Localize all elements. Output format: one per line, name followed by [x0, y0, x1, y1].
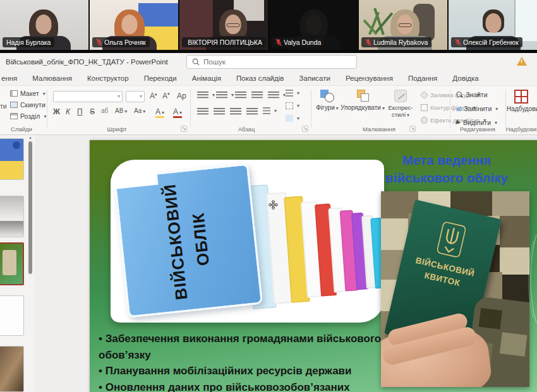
- scrollbar-thumb[interactable]: [28, 141, 32, 274]
- slide-thumbnails-panel: ▲: [0, 135, 35, 392]
- slide-canvas[interactable]: Мета ведення військового обліку ВІЙСЬ: [90, 140, 537, 392]
- find-button[interactable]: Знайти: [456, 91, 488, 98]
- quick-styles-button[interactable]: Експрес- стилі: [384, 90, 417, 118]
- participant-video-2[interactable]: Ольга Рочняк: [90, 0, 178, 50]
- powerpoint-titlebar: Військовий_облік_ФПО_НК_ТДАТУ - PowerPoi…: [0, 53, 537, 71]
- bullets-button[interactable]: [197, 91, 215, 99]
- numbering-button[interactable]: [216, 91, 234, 99]
- align-text-button[interactable]: [286, 102, 299, 109]
- font-dialog-launcher[interactable]: [181, 126, 187, 132]
- font-color-button[interactable]: А: [173, 107, 182, 118]
- tab-record[interactable]: Записати: [291, 73, 338, 84]
- increase-indent-button[interactable]: [251, 91, 263, 99]
- participant-nametag: Олексій Гребенюк: [451, 37, 522, 47]
- char-spacing-button[interactable]: АВ: [115, 107, 127, 114]
- clear-format-button[interactable]: Ар: [177, 92, 186, 100]
- bold-button[interactable]: Ж: [53, 107, 60, 116]
- smartart-icon: [286, 115, 293, 122]
- columns-button[interactable]: [263, 107, 277, 114]
- tab-clipped[interactable]: ення: [0, 73, 25, 84]
- participant-video-6[interactable]: Олексій Гребенюк: [449, 0, 537, 50]
- scroll-up-arrow[interactable]: ▲: [28, 136, 33, 140]
- tab-review[interactable]: Рецензування: [338, 73, 401, 84]
- shape-effects-icon: [421, 117, 428, 124]
- participant-video-4[interactable]: Valya Dunda: [269, 0, 358, 50]
- slide-thumbnail-4[interactable]: [0, 295, 24, 336]
- slide-thumbnail-5[interactable]: [0, 346, 24, 392]
- tab-design[interactable]: Конструктор: [80, 73, 136, 84]
- replace-button[interactable]: Замінити: [456, 105, 498, 112]
- thumbnails-scrollbar[interactable]: ▲: [28, 135, 33, 392]
- highlight-color-button[interactable]: А: [155, 107, 164, 118]
- align-right-button[interactable]: [230, 107, 241, 116]
- slides-group-label: Слайди: [1, 126, 42, 133]
- align-text-icon: [286, 102, 293, 109]
- mic-muted-icon: [455, 39, 461, 46]
- participant-nametag: Ольга Рочняк: [92, 37, 150, 47]
- shrink-font-button[interactable]: А▾: [162, 92, 170, 100]
- screen: Надія Бурлака Ольга Рочняк: [0, 0, 537, 392]
- ribbon: ти Макет Скинути Розділ Слайди А▴ А▾ Ар …: [0, 85, 537, 135]
- align-right-icon: [230, 107, 241, 116]
- slide-thumbnail-2[interactable]: [0, 196, 24, 237]
- font-size-combo[interactable]: [126, 91, 145, 102]
- italic-button[interactable]: К: [66, 107, 70, 116]
- layout-icon: [10, 90, 18, 97]
- bullets-icon: [197, 91, 208, 99]
- shapes-icon: [320, 90, 334, 102]
- text-direction-icon: [286, 90, 293, 97]
- shapes-button[interactable]: Фігури: [312, 90, 342, 111]
- bullet-item: Оновлення даних про військовозобов’язани…: [99, 379, 384, 392]
- find-icon: [456, 92, 463, 98]
- folders-image[interactable]: ВІЙСЬКОВИЙ ОБЛІК: [111, 160, 384, 323]
- reset-icon: [10, 102, 18, 108]
- slide-bullets[interactable]: Забезпечення виконання громадянами війсь…: [99, 331, 384, 392]
- justify-button[interactable]: [246, 107, 258, 116]
- warning-icon[interactable]: [517, 57, 527, 66]
- slide-thumbnail-1[interactable]: [0, 138, 24, 180]
- line-spacing-icon: [268, 91, 279, 99]
- addins-group-label: Надбудови: [505, 126, 537, 133]
- section-button[interactable]: Розділ: [10, 112, 46, 120]
- layout-button[interactable]: Макет: [10, 90, 45, 97]
- search-box[interactable]: [186, 55, 357, 69]
- participant-name: Ольга Рочняк: [104, 39, 146, 46]
- participant-video-3[interactable]: ВІКТОРІЯ ПОЛІТИЦЬКА: [179, 0, 268, 50]
- reset-button[interactable]: Скинути: [10, 101, 45, 109]
- addins-button[interactable]: Надбудови: [507, 90, 536, 112]
- text-shadow-button[interactable]: аб: [101, 107, 108, 114]
- line-spacing-button[interactable]: [268, 91, 286, 99]
- font-name-combo[interactable]: [53, 91, 123, 102]
- tab-draw[interactable]: Малювання: [25, 73, 80, 84]
- tab-animations[interactable]: Анімація: [184, 73, 229, 84]
- clipped-paste-label: ти: [0, 102, 7, 110]
- grow-font-button[interactable]: А▴: [150, 92, 157, 100]
- slide-title[interactable]: Мета ведення військового обліку: [366, 151, 527, 186]
- tab-view[interactable]: Подання: [401, 73, 445, 84]
- mic-muted-icon: [365, 39, 371, 46]
- underline-button[interactable]: П: [77, 107, 83, 116]
- search-input[interactable]: [203, 58, 351, 66]
- bullet-item: Планування мобілізаційних ресурсів держа…: [99, 363, 384, 379]
- slide-thumbnail-3[interactable]: [0, 242, 24, 285]
- decrease-indent-button[interactable]: [235, 91, 246, 99]
- document-title: Військовий_облік_ФПО_НК_ТДАТУ - PowerPoi…: [6, 58, 168, 66]
- drawing-dialog-launcher[interactable]: [409, 126, 416, 132]
- align-center-button[interactable]: [214, 107, 225, 116]
- smartart-button[interactable]: [286, 115, 299, 122]
- strikethrough-button[interactable]: S: [90, 107, 95, 116]
- paragraph-dialog-launcher[interactable]: [302, 126, 308, 132]
- mouse-cursor: [268, 199, 279, 210]
- text-direction-button[interactable]: [286, 90, 299, 97]
- military-id-image[interactable]: ВІЙСЬКОВИЙ КВИТОК: [381, 191, 529, 387]
- work-area: ▲ Мета ведення військового обліку: [0, 135, 537, 392]
- align-left-button[interactable]: [197, 107, 208, 116]
- change-case-button[interactable]: Аа: [134, 107, 145, 114]
- participant-video-1[interactable]: Надія Бурлака: [0, 0, 88, 50]
- participant-video-5[interactable]: Ludmila Rybakova: [359, 0, 447, 50]
- tab-help[interactable]: Довідка: [445, 73, 486, 84]
- select-icon: [456, 119, 461, 126]
- tab-transitions[interactable]: Переходи: [136, 73, 184, 84]
- arrange-button[interactable]: Упорядкувати: [340, 90, 385, 111]
- tab-slideshow[interactable]: Показ слайдів: [229, 73, 291, 84]
